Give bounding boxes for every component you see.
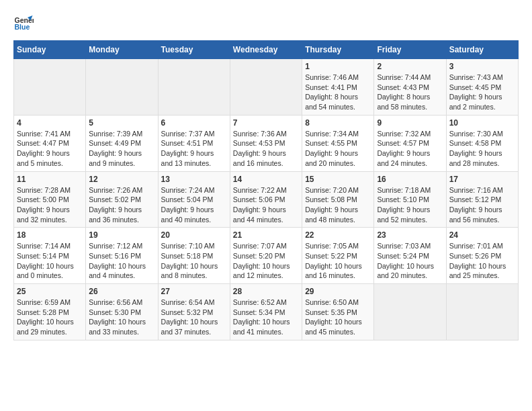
day-number: 14: [233, 175, 299, 184]
day-number: 24: [449, 230, 515, 240]
day-info: Sunrise: 7:16 AM Sunset: 5:12 PM Dayligh…: [449, 185, 515, 225]
weekday-header: Tuesday: [158, 41, 230, 59]
day-number: 17: [449, 175, 515, 184]
calendar-cell: 25Sunrise: 6:59 AM Sunset: 5:28 PM Dayli…: [14, 284, 86, 340]
day-info: Sunrise: 7:22 AM Sunset: 5:06 PM Dayligh…: [233, 185, 299, 225]
day-number: 12: [89, 175, 154, 184]
day-info: Sunrise: 7:41 AM Sunset: 4:47 PM Dayligh…: [17, 129, 83, 169]
calendar-cell: [230, 59, 302, 116]
calendar-cell: 12Sunrise: 7:26 AM Sunset: 5:02 PM Dayli…: [86, 171, 158, 228]
calendar-cell: 6Sunrise: 7:37 AM Sunset: 4:51 PM Daylig…: [158, 115, 230, 171]
day-number: 20: [161, 230, 227, 240]
calendar-cell: 20Sunrise: 7:10 AM Sunset: 5:18 PM Dayli…: [158, 228, 230, 284]
day-number: 13: [161, 175, 227, 184]
calendar-cell: 11Sunrise: 7:28 AM Sunset: 5:00 PM Dayli…: [14, 171, 86, 228]
day-info: Sunrise: 7:12 AM Sunset: 5:16 PM Dayligh…: [89, 241, 154, 281]
calendar-cell: 4Sunrise: 7:41 AM Sunset: 4:47 PM Daylig…: [14, 115, 86, 171]
calendar-cell: 16Sunrise: 7:18 AM Sunset: 5:10 PM Dayli…: [374, 171, 446, 228]
day-number: 2: [377, 62, 443, 71]
day-info: Sunrise: 7:43 AM Sunset: 4:45 PM Dayligh…: [449, 73, 515, 112]
calendar-cell: 3Sunrise: 7:43 AM Sunset: 4:45 PM Daylig…: [446, 59, 518, 116]
day-number: 15: [305, 175, 371, 184]
calendar-cell: 26Sunrise: 6:56 AM Sunset: 5:30 PM Dayli…: [86, 284, 158, 340]
calendar-cell: 15Sunrise: 7:20 AM Sunset: 5:08 PM Dayli…: [302, 171, 374, 228]
calendar-cell: 27Sunrise: 6:54 AM Sunset: 5:32 PM Dayli…: [158, 284, 230, 340]
day-info: Sunrise: 6:59 AM Sunset: 5:28 PM Dayligh…: [17, 298, 83, 337]
calendar-cell: 23Sunrise: 7:03 AM Sunset: 5:24 PM Dayli…: [374, 228, 446, 284]
day-info: Sunrise: 7:46 AM Sunset: 4:41 PM Dayligh…: [305, 73, 371, 112]
weekday-header-row: SundayMondayTuesdayWednesdayThursdayFrid…: [14, 41, 519, 59]
day-info: Sunrise: 6:50 AM Sunset: 5:35 PM Dayligh…: [305, 298, 371, 337]
weekday-header: Friday: [374, 41, 446, 59]
calendar-week-row: 18Sunrise: 7:14 AM Sunset: 5:14 PM Dayli…: [14, 228, 519, 284]
day-number: 29: [305, 287, 371, 296]
day-info: Sunrise: 7:32 AM Sunset: 4:57 PM Dayligh…: [377, 129, 443, 169]
day-info: Sunrise: 7:18 AM Sunset: 5:10 PM Dayligh…: [377, 185, 443, 225]
day-info: Sunrise: 6:56 AM Sunset: 5:30 PM Dayligh…: [89, 298, 154, 337]
day-info: Sunrise: 7:24 AM Sunset: 5:04 PM Dayligh…: [161, 185, 227, 225]
calendar-cell: 17Sunrise: 7:16 AM Sunset: 5:12 PM Dayli…: [446, 171, 518, 228]
calendar-cell: 7Sunrise: 7:36 AM Sunset: 4:53 PM Daylig…: [230, 115, 302, 171]
calendar-cell: [374, 284, 446, 340]
day-info: Sunrise: 7:07 AM Sunset: 5:20 PM Dayligh…: [233, 241, 299, 281]
day-info: Sunrise: 7:20 AM Sunset: 5:08 PM Dayligh…: [305, 185, 371, 225]
calendar-cell: 18Sunrise: 7:14 AM Sunset: 5:14 PM Dayli…: [14, 228, 86, 284]
calendar-cell: 13Sunrise: 7:24 AM Sunset: 5:04 PM Dayli…: [158, 171, 230, 228]
calendar-week-row: 4Sunrise: 7:41 AM Sunset: 4:47 PM Daylig…: [14, 115, 519, 171]
calendar-cell: [86, 59, 158, 116]
weekday-header: Sunday: [14, 41, 86, 59]
day-info: Sunrise: 7:03 AM Sunset: 5:24 PM Dayligh…: [377, 241, 443, 281]
day-info: Sunrise: 7:10 AM Sunset: 5:18 PM Dayligh…: [161, 241, 227, 281]
calendar-cell: [158, 59, 230, 116]
day-info: Sunrise: 7:34 AM Sunset: 4:55 PM Dayligh…: [305, 129, 371, 169]
logo: General Blue: [13, 13, 36, 34]
calendar-cell: 10Sunrise: 7:30 AM Sunset: 4:58 PM Dayli…: [446, 115, 518, 171]
day-number: 25: [17, 287, 83, 296]
calendar-cell: 29Sunrise: 6:50 AM Sunset: 5:35 PM Dayli…: [302, 284, 374, 340]
day-info: Sunrise: 7:37 AM Sunset: 4:51 PM Dayligh…: [161, 129, 227, 169]
calendar-cell: [14, 59, 86, 116]
header: General Blue: [13, 13, 519, 34]
calendar-cell: 24Sunrise: 7:01 AM Sunset: 5:26 PM Dayli…: [446, 228, 518, 284]
day-number: 9: [377, 118, 443, 128]
day-info: Sunrise: 7:26 AM Sunset: 5:02 PM Dayligh…: [89, 185, 154, 225]
day-number: 1: [305, 62, 371, 71]
day-info: Sunrise: 7:05 AM Sunset: 5:22 PM Dayligh…: [305, 241, 371, 281]
day-info: Sunrise: 6:52 AM Sunset: 5:34 PM Dayligh…: [233, 298, 299, 337]
day-number: 28: [233, 287, 299, 296]
day-number: 8: [305, 118, 371, 128]
day-number: 23: [377, 230, 443, 240]
calendar-week-row: 25Sunrise: 6:59 AM Sunset: 5:28 PM Dayli…: [14, 284, 519, 340]
day-number: 6: [161, 118, 227, 128]
day-info: Sunrise: 7:39 AM Sunset: 4:49 PM Dayligh…: [89, 129, 154, 169]
calendar-cell: 5Sunrise: 7:39 AM Sunset: 4:49 PM Daylig…: [86, 115, 158, 171]
svg-text:Blue: Blue: [15, 23, 30, 31]
day-number: 5: [89, 118, 154, 128]
day-info: Sunrise: 6:54 AM Sunset: 5:32 PM Dayligh…: [161, 298, 227, 337]
logo-icon: General Blue: [13, 13, 34, 34]
calendar-cell: 14Sunrise: 7:22 AM Sunset: 5:06 PM Dayli…: [230, 171, 302, 228]
calendar-cell: [446, 284, 518, 340]
day-number: 3: [449, 62, 515, 71]
day-number: 4: [17, 118, 83, 128]
calendar: SundayMondayTuesdayWednesdayThursdayFrid…: [13, 40, 519, 340]
day-info: Sunrise: 7:28 AM Sunset: 5:00 PM Dayligh…: [17, 185, 83, 225]
calendar-cell: 2Sunrise: 7:44 AM Sunset: 4:43 PM Daylig…: [374, 59, 446, 116]
weekday-header: Thursday: [302, 41, 374, 59]
calendar-cell: 8Sunrise: 7:34 AM Sunset: 4:55 PM Daylig…: [302, 115, 374, 171]
day-info: Sunrise: 7:30 AM Sunset: 4:58 PM Dayligh…: [449, 129, 515, 169]
calendar-week-row: 1Sunrise: 7:46 AM Sunset: 4:41 PM Daylig…: [14, 59, 519, 116]
day-info: Sunrise: 7:36 AM Sunset: 4:53 PM Dayligh…: [233, 129, 299, 169]
day-info: Sunrise: 7:01 AM Sunset: 5:26 PM Dayligh…: [449, 241, 515, 281]
day-info: Sunrise: 7:14 AM Sunset: 5:14 PM Dayligh…: [17, 241, 83, 281]
calendar-cell: 22Sunrise: 7:05 AM Sunset: 5:22 PM Dayli…: [302, 228, 374, 284]
day-info: Sunrise: 7:44 AM Sunset: 4:43 PM Dayligh…: [377, 73, 443, 112]
weekday-header: Saturday: [446, 41, 518, 59]
day-number: 18: [17, 230, 83, 240]
calendar-cell: 19Sunrise: 7:12 AM Sunset: 5:16 PM Dayli…: [86, 228, 158, 284]
calendar-cell: 9Sunrise: 7:32 AM Sunset: 4:57 PM Daylig…: [374, 115, 446, 171]
calendar-cell: 28Sunrise: 6:52 AM Sunset: 5:34 PM Dayli…: [230, 284, 302, 340]
day-number: 21: [233, 230, 299, 240]
day-number: 7: [233, 118, 299, 128]
day-number: 26: [89, 287, 154, 296]
